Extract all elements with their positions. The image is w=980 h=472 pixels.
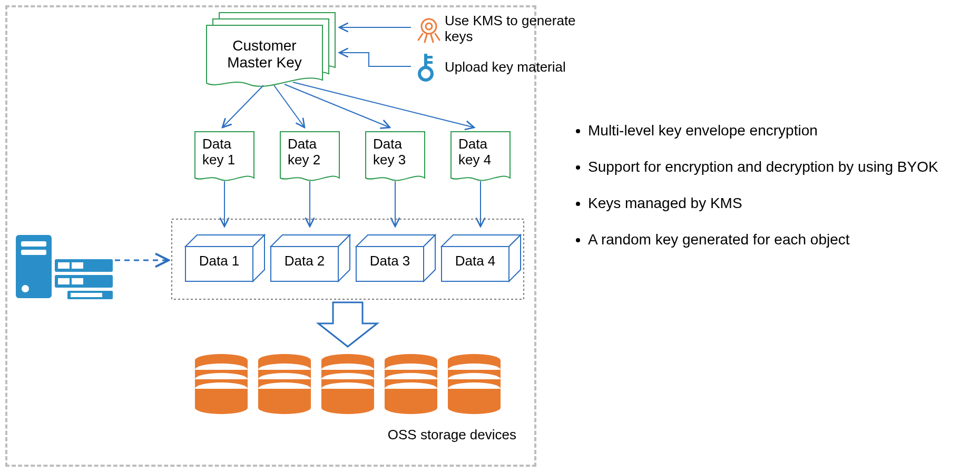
svg-rect-9	[427, 56, 433, 58]
svg-text:Data 4: Data 4	[455, 253, 496, 269]
svg-text:Data 2: Data 2	[285, 253, 325, 269]
svg-text:Data: Data	[202, 136, 231, 152]
svg-text:key 4: key 4	[458, 152, 491, 168]
note-item: A random key generated for each object	[588, 230, 948, 249]
data-key-2: Data key 2	[280, 132, 339, 181]
note-item: Keys managed by KMS	[588, 194, 948, 212]
data-box-4: Data 4	[442, 235, 521, 281]
data-box-3: Data 3	[356, 235, 435, 281]
svg-point-6	[426, 23, 432, 30]
svg-rect-28	[58, 262, 70, 269]
svg-text:Data 1: Data 1	[199, 253, 240, 269]
data-key-3: Data key 3	[366, 132, 425, 181]
arrow-cmk-dk1	[222, 85, 263, 127]
svg-rect-10	[427, 61, 433, 64]
upload-key-label: Upload key material	[445, 59, 566, 75]
arrow-cmk-dk2	[274, 85, 305, 127]
svg-point-26	[22, 285, 29, 292]
upload-key-icon	[419, 54, 433, 80]
feature-notes: Multi-level key envelope encryption Supp…	[569, 121, 948, 267]
note-item: Multi-level key envelope encryption	[588, 121, 948, 140]
server-icon	[16, 235, 113, 299]
cmk-label-line1: Customer	[232, 37, 296, 54]
kms-generate-icon	[418, 19, 439, 42]
svg-rect-31	[58, 278, 70, 284]
svg-text:key 1: key 1	[202, 152, 235, 168]
data-box-2: Data 2	[271, 235, 350, 281]
svg-rect-24	[21, 241, 46, 247]
svg-text:key 2: key 2	[288, 152, 320, 168]
data-key-4: Data key 4	[451, 132, 510, 181]
svg-rect-32	[72, 278, 83, 284]
svg-rect-29	[72, 262, 83, 269]
svg-text:Data 3: Data 3	[370, 253, 410, 269]
down-arrow-icon	[318, 302, 377, 347]
arrow-cmk-dk4	[293, 82, 474, 127]
svg-rect-34	[71, 293, 102, 297]
cmk-label-line2: Master Key	[227, 54, 302, 71]
svg-rect-25	[21, 250, 46, 255]
customer-master-key: Customer Master Key	[207, 13, 335, 86]
svg-text:Data: Data	[288, 136, 317, 152]
svg-text:Data: Data	[373, 136, 402, 152]
svg-point-7	[419, 67, 432, 80]
storage-devices	[195, 354, 501, 414]
svg-rect-8	[424, 54, 427, 68]
note-item: Support for encryption and decryption by…	[588, 158, 948, 176]
svg-point-5	[422, 19, 436, 34]
kms-generate-label-1: Use KMS to generate	[445, 13, 576, 28]
kms-generate-label-2: keys	[445, 28, 473, 44]
data-box-1: Data 1	[185, 235, 264, 281]
svg-text:Data: Data	[458, 136, 487, 152]
data-key-1: Data key 1	[195, 132, 254, 181]
storage-caption: OSS storage devices	[388, 427, 516, 442]
svg-text:key 3: key 3	[373, 152, 406, 168]
arrow-upload-to-cmk	[339, 53, 411, 66]
